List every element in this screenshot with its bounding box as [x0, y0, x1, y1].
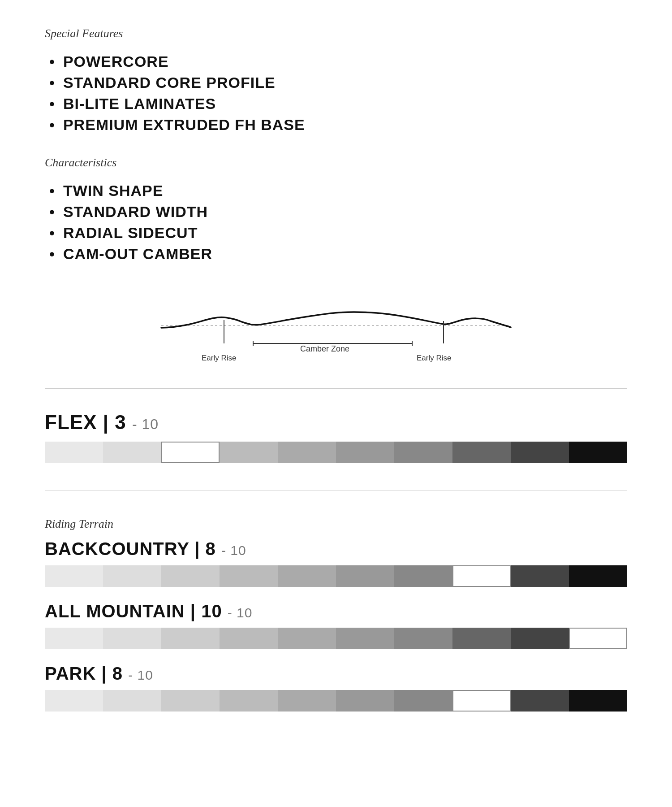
terrain-section-label: Riding Terrain — [45, 517, 627, 531]
riding-terrain-section: Riding Terrain BACKCOUNTRY | 8 - 10 — [45, 517, 627, 712]
svg-text:Early Rise: Early Rise — [202, 354, 236, 362]
all-mountain-bar — [45, 628, 627, 649]
backcountry-bar — [45, 565, 627, 587]
seg-3 — [161, 442, 220, 463]
characteristics-section: Characteristics TWIN SHAPE STANDARD WIDT… — [45, 156, 627, 263]
special-features-list: POWERCORE STANDARD CORE PROFILE BI-LITE … — [45, 53, 627, 134]
seg-7 — [394, 442, 452, 463]
list-item: STANDARD CORE PROFILE — [49, 74, 627, 91]
all-mountain-item: ALL MOUNTAIN | 10 - 10 — [45, 601, 627, 649]
list-item: STANDARD WIDTH — [49, 203, 627, 221]
seg-8 — [452, 442, 511, 463]
park-title: PARK | 8 - 10 — [45, 664, 627, 684]
divider-1 — [45, 388, 627, 389]
svg-text:Early Rise: Early Rise — [417, 354, 451, 362]
flex-separator: | — [103, 411, 109, 433]
seg-9 — [511, 442, 569, 463]
flex-bar-segments — [45, 442, 627, 463]
characteristics-label: Characteristics — [45, 156, 627, 169]
backcountry-item: BACKCOUNTRY | 8 - 10 — [45, 539, 627, 587]
special-features-section: Special Features POWERCORE STANDARD CORE… — [45, 27, 627, 134]
list-item: CAM-OUT CAMBER — [49, 245, 627, 263]
characteristics-list: TWIN SHAPE STANDARD WIDTH RADIAL SIDECUT… — [45, 182, 627, 263]
seg-5 — [278, 442, 336, 463]
seg-10 — [569, 442, 627, 463]
flex-value: 3 — [115, 411, 126, 433]
flex-title: FLEX | 3 - 10 — [45, 411, 627, 434]
flex-bar — [45, 442, 627, 463]
seg-6 — [336, 442, 394, 463]
list-item: BI-LITE LAMINATES — [49, 95, 627, 113]
list-item: RADIAL SIDECUT — [49, 224, 627, 242]
special-features-label: Special Features — [45, 27, 627, 40]
park-item: PARK | 8 - 10 — [45, 664, 627, 712]
list-item: POWERCORE — [49, 53, 627, 70]
seg-1 — [45, 442, 103, 463]
flex-max: - 10 — [132, 416, 159, 432]
list-item: TWIN SHAPE — [49, 182, 627, 200]
list-item: PREMIUM EXTRUDED FH BASE — [49, 116, 627, 134]
flex-section: FLEX | 3 - 10 — [45, 411, 627, 463]
divider-2 — [45, 490, 627, 490]
svg-text:Camber Zone: Camber Zone — [300, 344, 349, 353]
seg-2 — [103, 442, 161, 463]
flex-label: FLEX — [45, 411, 97, 433]
camber-diagram: Camber Zone Early Rise Early Rise — [143, 285, 529, 366]
backcountry-title: BACKCOUNTRY | 8 - 10 — [45, 539, 627, 559]
all-mountain-title: ALL MOUNTAIN | 10 - 10 — [45, 601, 627, 621]
seg-4 — [220, 442, 278, 463]
park-bar — [45, 690, 627, 712]
